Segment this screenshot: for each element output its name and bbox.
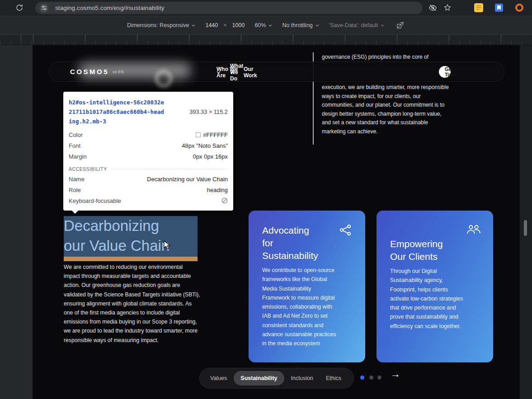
color-swatch [196,132,201,137]
tooltip-row-font: Font 48px "Noto Sans" [63,140,233,151]
tooltip-row-name: Name Decarbonizing our Value Chain [63,174,233,184]
sustainability-paragraph: We are committed to reducing our environ… [64,263,200,345]
row-value: heading [207,187,228,193]
chevron-down-icon [192,24,195,27]
mouse-cursor [164,240,172,251]
card-title: Empowering Our Clients [390,238,471,263]
row-value: #FFFFFF [203,131,228,138]
carousel-dot[interactable] [377,376,381,380]
inspected-heading: Decarbonizing our Value Chain [64,216,198,257]
zoom-label: 60% [254,22,266,28]
throttling-label: No throttling [282,22,312,28]
esg-intro-fragment: governance (ESG) principles into the cor… [322,54,457,60]
chevron-down-icon [230,71,234,74]
row-label: Name [69,176,85,183]
save-data-select[interactable]: 'Save-Data': default [329,22,384,28]
device-toolbar: Dimensions: Responsive 1440 × 1000 60% N… [0,16,532,35]
carousel-dot[interactable] [369,376,373,380]
bookmark-star-icon[interactable] [443,4,452,13]
extension-bookmark-icon[interactable] [494,3,504,12]
tooltip-row-focusable: Keyboard-focusable [63,195,233,206]
locale-switcher[interactable]: us EN [113,70,124,74]
refresh-icon[interactable] [15,4,24,13]
not-allowed-icon [221,197,228,204]
card-body: Through our Digital Sustainability agenc… [390,267,464,331]
preview-hidden-eye-icon[interactable] [428,4,438,13]
row-label: Color [69,131,83,138]
width-input[interactable]: 1440 [205,22,218,28]
tooltip-row-color: Color #FFFFFF [63,129,233,140]
arrow-right-icon: → [445,69,450,75]
esg-intro-paragraph: execution, we are building smarter, more… [322,83,452,136]
card-title-line: Our Clients [390,250,471,263]
nav-item-label: Our Work [244,66,257,79]
people-group-icon [466,223,481,237]
card-title: Advocating for Sustainability [262,224,344,262]
card-empowering: Empowering Our Clients Through our Digit… [377,211,493,362]
card-title-line: Advocating [262,224,344,237]
zoom-select[interactable]: 60% [254,22,272,28]
esg-tabs: Values Sustainability Inclusion Ethics [199,368,354,389]
accessibility-section-header: ACCESSIBILITY [63,162,233,174]
website-page: governance (ESG) principles into the cor… [33,45,520,399]
tooltip-selector: h2#os-intelligence-56c20032e21711b1017a8… [69,98,167,126]
browser-toolbar: staging.cosmo5.com/esg/#sustainability [0,0,532,16]
row-value: Decarbonizing our Value Chain [147,176,228,183]
row-label: Font [69,142,80,149]
site-navbar: COSMO5 us EN Who We Are What We Do Our W… [49,61,504,82]
chevron-down-icon [381,24,384,27]
row-label: Keyboard-focusable [69,197,121,204]
scrollbar-handle[interactable] [524,220,527,236]
card-body: We contribute to open-source frameworks … [262,266,336,348]
card-title-line: for [262,237,344,249]
card-advocating: Advocating for Sustainability We contrib… [249,211,365,362]
inspect-content-highlight [64,216,198,257]
device-ruler [0,35,532,45]
chevron-down-icon [315,24,319,27]
url-text[interactable]: staging.cosmo5.com/esg/#sustainability [55,5,165,11]
tooltip-row-role: Role heading [63,184,233,195]
card-title-line: Sustainability [262,249,344,262]
dimensions-separator: × [223,22,226,28]
tooltip-row-margin: Margin 0px 0px 16px [63,151,233,162]
row-value: 0px 0px 16px [193,153,228,160]
tab-values[interactable]: Values [204,371,233,385]
save-data-label: 'Save-Data': default [329,22,378,28]
dimensions-label: Dimensions: Responsive [127,22,189,28]
devtools-window: staging.cosmo5.com/esg/#sustainability D… [0,0,532,399]
get-in-touch-button[interactable]: Get in Touch → [439,66,451,78]
extension-notes-icon[interactable] [474,3,483,12]
extension-ring-icon[interactable] [515,3,524,12]
inspect-tooltip: h2#os-intelligence-56c20032e21711b1017a8… [63,92,233,211]
row-label: Role [69,187,81,193]
carousel-next-arrow[interactable]: → [391,368,400,380]
chevron-down-icon [217,71,221,74]
tooltip-size: 393.33 × 115.2 [189,108,228,115]
site-logo[interactable]: COSMO5 [70,68,109,75]
tune-icon[interactable] [39,4,48,13]
blur-artifact [155,70,172,87]
address-bar[interactable]: staging.cosmo5.com/esg/#sustainability [35,2,423,14]
tab-sustainability[interactable]: Sustainability [234,371,284,385]
row-value: 48px "Noto Sans" [182,142,228,149]
tab-inclusion[interactable]: Inclusion [285,371,319,385]
dimensions-select[interactable]: Dimensions: Responsive [127,22,196,28]
row-label: Margin [69,153,87,160]
card-title-line: Empowering [390,238,471,250]
rotate-device-icon[interactable] [396,21,405,30]
tab-ethics[interactable]: Ethics [320,371,347,385]
carousel-dot-active[interactable] [360,376,364,380]
viewport-canvas: governance (ESG) principles into the cor… [0,45,532,399]
height-input[interactable]: 1000 [232,22,245,28]
chevron-down-icon [268,24,272,27]
throttling-select[interactable]: No throttling [282,22,319,28]
nav-links: Who We Are What We Do Our Work [217,62,244,82]
inspect-margin-highlight [64,257,198,261]
